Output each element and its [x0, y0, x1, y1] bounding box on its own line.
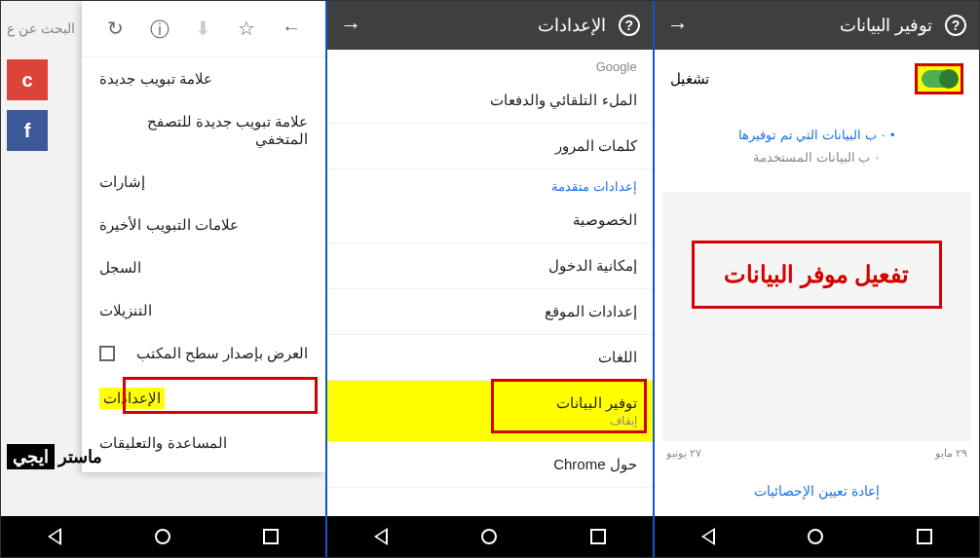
download-icon[interactable]: ⬇	[195, 17, 211, 43]
history-icon[interactable]: ↻	[107, 17, 124, 43]
menu-help[interactable]: المساعدة والتعليقات	[82, 422, 325, 465]
help-icon[interactable]: ?	[618, 14, 641, 37]
nav-home-icon[interactable]	[481, 529, 497, 544]
nav-home-icon[interactable]	[155, 529, 170, 544]
shortcut-c[interactable]: c	[7, 59, 48, 100]
menu-bookmarks[interactable]: إشارات	[82, 161, 325, 204]
setting-about[interactable]: حول Chrome	[327, 442, 652, 488]
back-arrow-icon[interactable]: →	[339, 14, 362, 37]
section-basic: Google	[327, 50, 652, 78]
checkbox-icon[interactable]	[99, 346, 115, 361]
date-end: ٢٩ مايو	[935, 447, 967, 460]
menu-incognito[interactable]: علامة تبويب جديدة للتصفح المتخفي	[82, 100, 325, 161]
chart-area: تفعيل موفر البيانات	[662, 192, 971, 441]
data-saver-toggle[interactable]	[922, 70, 957, 88]
nav-back-icon[interactable]	[374, 528, 388, 545]
search-hint: البحث عن ع	[7, 20, 75, 36]
setting-autofill[interactable]: الملء التلقائي والدفعات	[327, 78, 652, 124]
used-data-text: ٠ ب البيانات المستخدمة	[655, 150, 979, 165]
menu-new-tab[interactable]: علامة تبويب جديدة	[82, 57, 325, 100]
info-icon[interactable]: ⓘ	[150, 17, 170, 43]
reset-stats-link[interactable]: إعادة تعيين الإحصائيات	[655, 465, 979, 516]
appbar-title: الإعدادات	[362, 15, 605, 36]
overflow-menu: ↻ ⓘ ⬇ ☆ ← علامة تبويب جديدة علامة تبويب …	[82, 1, 325, 472]
forward-arrow-icon[interactable]: ←	[282, 17, 301, 43]
menu-downloads[interactable]: التنزيلات	[82, 289, 325, 332]
star-icon[interactable]: ☆	[238, 17, 255, 43]
shortcut-f[interactable]: f	[7, 110, 48, 151]
toggle-highlight	[915, 63, 963, 94]
appbar-title: توفير البيانات	[690, 15, 932, 36]
watermark: ايجي ماستر	[7, 444, 106, 469]
nav-recent-icon[interactable]	[590, 529, 606, 544]
nav-back-icon[interactable]	[48, 528, 61, 545]
date-start: ٢٧ يونيو	[666, 447, 701, 460]
nav-recent-icon[interactable]	[917, 529, 932, 544]
section-advanced: إعدادات متقدمة	[327, 169, 652, 198]
annotation-label: تفعيل موفر البيانات	[692, 241, 942, 309]
nav-back-icon[interactable]	[701, 528, 715, 545]
setting-site[interactable]: إعدادات الموقع	[327, 289, 652, 335]
toggle-label: تشغيل	[670, 70, 709, 88]
menu-history[interactable]: السجل	[82, 246, 325, 289]
nav-recent-icon[interactable]	[263, 529, 279, 544]
highlight-box	[123, 377, 318, 414]
highlight-box	[491, 379, 647, 433]
menu-desktop-site[interactable]: العرض بإصدار سطح المكتب	[82, 332, 325, 375]
setting-languages[interactable]: اللغات	[327, 335, 652, 381]
help-icon[interactable]: ?	[944, 14, 967, 37]
saved-data-text: ٠ ب البيانات التي تم توفيرها	[655, 128, 979, 142]
setting-privacy[interactable]: الخصوصية	[327, 198, 652, 243]
menu-recent-tabs[interactable]: علامات التبويب الأخيرة	[82, 204, 325, 246]
setting-passwords[interactable]: كلمات المرور	[327, 124, 652, 169]
setting-accessibility[interactable]: إمكانية الدخول	[327, 243, 652, 289]
nav-home-icon[interactable]	[808, 529, 823, 544]
back-arrow-icon[interactable]: →	[666, 14, 690, 37]
